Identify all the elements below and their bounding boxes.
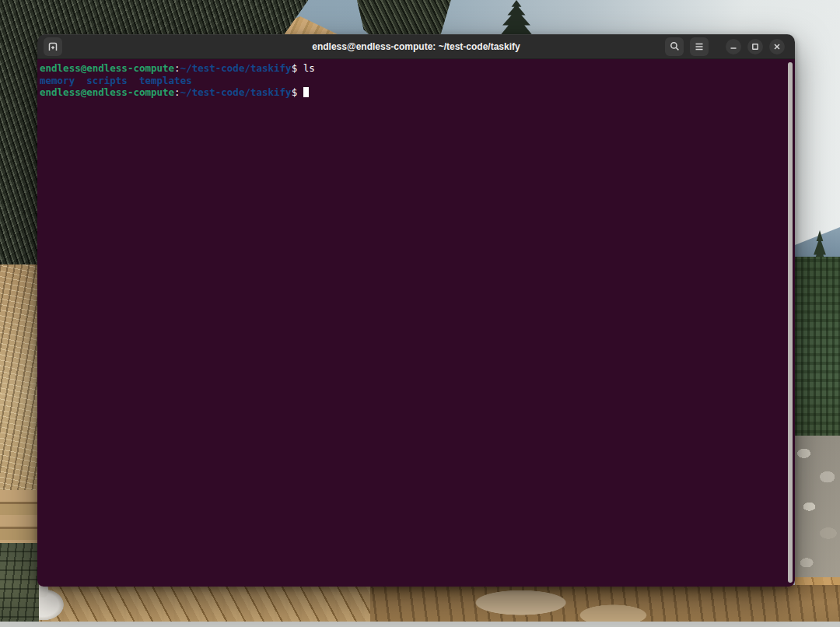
- minimize-icon: [730, 43, 737, 51]
- terminal-text-segment: memory: [40, 75, 75, 86]
- terminal-window: endless@endless-compute: ~/test-code/tas…: [37, 34, 795, 587]
- terminal-titlebar[interactable]: endless@endless-compute: ~/test-code/tas…: [37, 34, 795, 59]
- rocky-slope: [795, 436, 840, 583]
- mossy-shingles: [0, 543, 39, 627]
- menu-button[interactable]: [690, 37, 709, 56]
- forest-slope: [795, 257, 840, 442]
- terminal-text-segment: $: [292, 62, 303, 74]
- terminal-text-segment: :: [174, 62, 180, 74]
- terminal-text-segment: ls: [303, 62, 315, 74]
- window-title: endless@endless-compute: ~/test-code/tas…: [312, 41, 520, 52]
- wood-beam: [0, 490, 37, 546]
- close-icon: [773, 43, 781, 51]
- terminal-text-segment: [75, 75, 86, 86]
- terminal-scrollbar[interactable]: [788, 62, 793, 583]
- wood-planks: [36, 585, 370, 627]
- maximize-icon: [751, 43, 759, 51]
- terminal-text-segment: ~/test-code/taskify: [180, 86, 292, 98]
- terminal-screen[interactable]: endless@endless-compute:~/test-code/task…: [37, 59, 795, 587]
- bottom-edge-strip: [0, 622, 840, 627]
- desktop: endless@endless-compute: ~/test-code/tas…: [0, 0, 840, 627]
- terminal-text-segment: endless@endless-compute: [40, 86, 174, 98]
- terminal-text-segment: scripts: [86, 75, 128, 86]
- terminal-line: endless@endless-compute:~/test-code/task…: [40, 62, 787, 75]
- terminal-line: endless@endless-compute:~/test-code/task…: [40, 86, 787, 99]
- terminal-text-segment: [128, 75, 139, 86]
- new-tab-icon: [47, 41, 58, 52]
- terminal-text-segment: $: [292, 86, 303, 98]
- terminal-cursor: [303, 87, 310, 97]
- search-button[interactable]: [665, 37, 684, 56]
- terminal-text-segment: templates: [139, 75, 192, 86]
- shingle-pile: [0, 264, 37, 494]
- hamburger-menu-icon: [695, 43, 704, 51]
- titlebar-controls: [665, 37, 795, 56]
- close-button[interactable]: [769, 39, 785, 54]
- terminal-text-segment: :: [174, 86, 180, 98]
- minimize-button[interactable]: [726, 39, 741, 54]
- terminal-line: memory scripts templates: [40, 75, 787, 87]
- terminal-output: endless@endless-compute:~/test-code/task…: [37, 59, 795, 99]
- terminal-text-segment: endless@endless-compute: [40, 62, 174, 74]
- search-icon: [670, 41, 680, 51]
- new-tab-button[interactable]: [44, 37, 62, 56]
- terminal-text-segment: ~/test-code/taskify: [180, 62, 292, 74]
- maximize-button[interactable]: [747, 39, 763, 54]
